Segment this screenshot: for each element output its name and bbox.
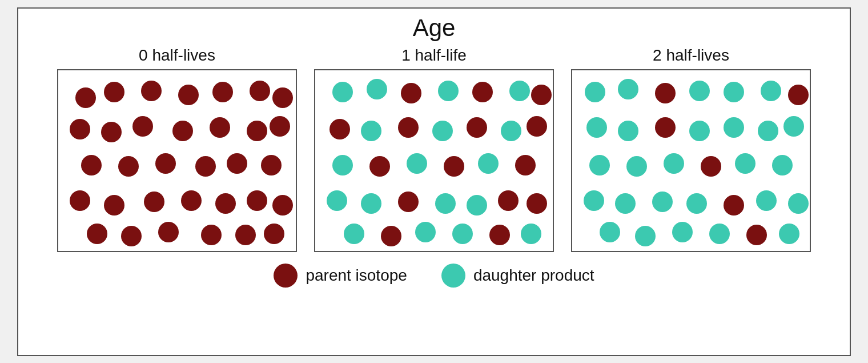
dot-daughter-2-19 — [772, 155, 793, 175]
dot-daughter-1-23 — [435, 193, 456, 214]
dot-parent-0-10 — [172, 121, 193, 141]
dot-parent-0-30 — [201, 225, 222, 245]
dot-parent-0-32 — [264, 224, 284, 244]
dot-daughter-1-0 — [332, 82, 353, 102]
dot-daughter-2-25 — [756, 190, 777, 211]
dot-daughter-1-18 — [478, 153, 499, 174]
dot-parent-0-23 — [181, 190, 202, 211]
dot-parent-1-19 — [515, 155, 536, 175]
dot-parent-1-4 — [472, 82, 493, 102]
dot-daughter-2-3 — [689, 81, 710, 101]
dot-daughter-2-18 — [735, 153, 756, 174]
dot-parent-0-12 — [247, 121, 267, 141]
dot-daughter-2-10 — [689, 121, 710, 141]
dot-parent-0-25 — [247, 190, 267, 211]
dot-daughter-2-1 — [618, 79, 638, 99]
dot-parent-0-21 — [104, 195, 124, 216]
dot-parent-0-28 — [121, 226, 142, 246]
dot-parent-0-3 — [178, 85, 199, 105]
legend: parent isotope daughter product — [274, 264, 594, 288]
dot-daughter-1-12 — [501, 121, 521, 141]
dot-daughter-1-30 — [452, 224, 473, 244]
dot-parent-0-13 — [270, 116, 290, 137]
panel-label-1: 1 half-life — [401, 46, 467, 65]
dot-parent-0-26 — [272, 195, 293, 216]
daughter-label: daughter product — [473, 266, 594, 285]
dot-parent-0-2 — [141, 81, 162, 101]
dot-parent-0-18 — [227, 153, 247, 174]
dot-parent-1-6 — [531, 85, 552, 105]
dot-parent-0-7 — [70, 119, 90, 139]
dot-parent-2-2 — [655, 83, 676, 103]
panel-wrapper-2: 2 half-lives — [571, 46, 811, 252]
dot-parent-2-17 — [701, 156, 721, 177]
dot-parent-0-0 — [75, 87, 96, 108]
dot-daughter-1-5 — [509, 81, 530, 101]
panels-row: 0 half-lives1 half-life2 half-lives — [30, 46, 838, 252]
panel-box-2 — [571, 69, 811, 252]
dot-parent-0-14 — [81, 155, 102, 175]
dot-parent-1-25 — [498, 190, 519, 211]
dot-parent-1-2 — [401, 83, 421, 103]
legend-parent: parent isotope — [274, 264, 407, 288]
dot-daughter-2-15 — [626, 156, 647, 177]
dot-parent-0-1 — [104, 82, 124, 102]
dot-daughter-2-7 — [586, 117, 607, 138]
dot-daughter-2-27 — [600, 222, 620, 242]
panel-label-2: 2 half-lives — [653, 46, 729, 65]
dot-parent-0-15 — [118, 156, 139, 177]
dot-parent-1-28 — [381, 226, 401, 246]
dot-parent-0-27 — [87, 224, 107, 244]
dot-daughter-2-0 — [585, 82, 605, 102]
legend-daughter: daughter product — [441, 264, 594, 288]
dot-daughter-2-22 — [652, 192, 673, 212]
dot-parent-0-5 — [250, 81, 270, 101]
dot-daughter-1-16 — [407, 153, 427, 174]
panel-box-0 — [57, 69, 297, 252]
panel-label-0: 0 half-lives — [139, 46, 215, 65]
dot-parent-2-31 — [746, 225, 767, 245]
dot-daughter-1-20 — [327, 190, 347, 211]
dot-parent-1-31 — [489, 225, 510, 245]
dot-parent-0-9 — [132, 116, 153, 137]
dot-parent-1-17 — [444, 156, 464, 177]
daughter-dot-legend — [441, 264, 465, 288]
dot-daughter-1-32 — [521, 224, 541, 244]
dot-parent-0-22 — [144, 192, 164, 212]
dot-daughter-2-20 — [584, 190, 604, 211]
dot-daughter-2-8 — [618, 121, 638, 141]
dot-daughter-2-14 — [589, 155, 610, 175]
page-title: Age — [413, 14, 456, 42]
dot-parent-0-16 — [155, 153, 176, 174]
dot-daughter-1-24 — [467, 195, 487, 216]
dot-daughter-2-23 — [686, 193, 707, 214]
dot-parent-0-29 — [158, 222, 179, 242]
dot-parent-0-20 — [70, 190, 90, 211]
panel-box-1 — [314, 69, 554, 252]
panel-wrapper-1: 1 half-life — [314, 46, 554, 252]
dot-daughter-2-30 — [709, 224, 730, 244]
dot-daughter-2-11 — [724, 117, 744, 138]
panel-wrapper-0: 0 half-lives — [57, 46, 297, 252]
parent-dot-legend — [274, 264, 298, 288]
dot-daughter-1-10 — [432, 121, 453, 141]
dot-parent-2-9 — [655, 117, 676, 138]
dot-daughter-2-16 — [664, 153, 684, 174]
dot-parent-2-6 — [788, 85, 809, 105]
dot-parent-0-8 — [101, 122, 122, 142]
dot-daughter-1-27 — [344, 224, 364, 244]
dot-daughter-1-1 — [367, 79, 387, 99]
dot-parent-2-24 — [724, 195, 744, 216]
dot-daughter-2-5 — [761, 81, 781, 101]
dot-daughter-2-26 — [788, 193, 809, 214]
dot-parent-1-26 — [527, 193, 547, 214]
dot-parent-1-11 — [467, 117, 487, 138]
dot-daughter-2-12 — [758, 121, 778, 141]
dot-daughter-2-13 — [783, 116, 804, 137]
parent-label: parent isotope — [306, 266, 407, 285]
dot-daughter-1-21 — [361, 193, 381, 214]
dot-parent-0-6 — [272, 87, 293, 108]
dot-parent-0-4 — [212, 82, 233, 102]
dot-daughter-2-32 — [779, 224, 799, 244]
dot-parent-0-11 — [210, 117, 230, 138]
